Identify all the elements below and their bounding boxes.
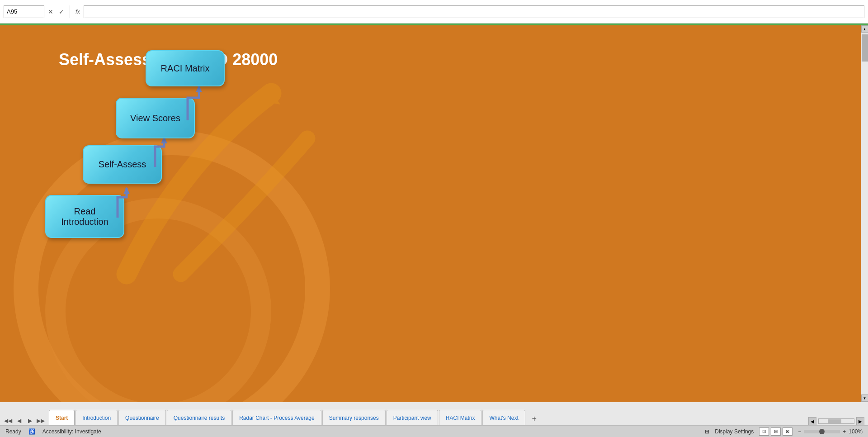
- horizontal-scrollbar: ◀ ▶: [808, 417, 864, 425]
- arrow-assess-to-scores: [148, 135, 175, 171]
- tab-nav-first[interactable]: ◀◀: [4, 416, 13, 425]
- hscroll-left-button[interactable]: ◀: [808, 417, 816, 425]
- tab-introduction[interactable]: Introduction: [75, 410, 118, 425]
- zoom-slider-thumb[interactable]: [819, 429, 825, 434]
- tab-raci-matrix[interactable]: RACI Matrix: [439, 410, 482, 425]
- zoom-minus-button[interactable]: −: [798, 428, 801, 435]
- separator: [70, 5, 70, 18]
- arrow-scores-to-raci: [181, 84, 210, 125]
- display-settings-icon: ⊞: [705, 428, 709, 435]
- raci-matrix-button[interactable]: RACI Matrix: [146, 50, 225, 86]
- confirm-icon[interactable]: ✓: [57, 7, 66, 16]
- tab-questionnaire[interactable]: Questionnaire: [118, 410, 166, 425]
- ready-status: Ready: [5, 428, 21, 435]
- display-settings-label[interactable]: Display Settings: [715, 428, 754, 435]
- status-left-section: Ready ♿ Accessibility: Investigate: [5, 428, 101, 435]
- cell-reference-box[interactable]: [4, 5, 44, 18]
- tab-summary-responses[interactable]: Summary responses: [322, 410, 386, 425]
- tab-nav-next[interactable]: ▶: [25, 416, 34, 425]
- cancel-icon[interactable]: ✕: [46, 7, 55, 16]
- accessibility-label[interactable]: Accessibility: Investigate: [42, 428, 101, 435]
- tab-start[interactable]: Start: [49, 410, 75, 425]
- sheet-tabs-bar: ◀◀ ◀ ▶ ▶▶ Start Introduction Questionnai…: [0, 402, 868, 425]
- svg-marker-1: [123, 187, 130, 194]
- hscroll-right-button[interactable]: ▶: [856, 417, 864, 425]
- view-mode-buttons: ⊡ ⊟ ⊠: [759, 428, 793, 436]
- tab-nav-last[interactable]: ▶▶: [36, 416, 45, 425]
- scroll-thumb-vertical[interactable]: [862, 34, 868, 62]
- zoom-controls: − + 100%: [798, 428, 863, 435]
- tab-questionnaire-results[interactable]: Questionnaire results: [167, 410, 231, 425]
- arrow-intro-to-assess: [111, 186, 138, 222]
- scroll-down-button[interactable]: ▼: [861, 394, 868, 402]
- tab-radar-chart[interactable]: Radar Chart - Process Average: [232, 410, 321, 425]
- formula-input[interactable]: [84, 5, 864, 18]
- add-sheet-button[interactable]: +: [528, 413, 541, 425]
- tab-participant-view[interactable]: Participant view: [387, 410, 438, 425]
- normal-view-button[interactable]: ⊡: [759, 428, 769, 436]
- main-content-area: Self-Assessment: ISO 28000 Read Introduc…: [0, 25, 868, 402]
- fx-label: fx: [74, 8, 82, 15]
- scroll-up-button[interactable]: ▲: [861, 25, 868, 33]
- page-layout-button[interactable]: ⊟: [771, 428, 781, 436]
- zoom-slider[interactable]: [804, 430, 840, 433]
- tab-whats-next[interactable]: What's Next: [482, 410, 525, 425]
- tab-nav-prev[interactable]: ◀: [14, 416, 24, 425]
- hscroll-thumb[interactable]: [828, 419, 841, 424]
- formula-bar-container: ✕ ✓ fx: [0, 0, 868, 24]
- page-break-button[interactable]: ⊠: [783, 428, 793, 436]
- tab-nav-arrows: ◀◀ ◀ ▶ ▶▶: [0, 416, 49, 425]
- hscroll-area: ◀ ▶: [541, 417, 868, 425]
- zoom-level: 100%: [849, 428, 863, 435]
- accessibility-icon: ♿: [28, 428, 35, 435]
- vertical-scrollbar[interactable]: ▲ ▼: [861, 25, 868, 402]
- hscroll-track[interactable]: [818, 418, 854, 424]
- zoom-plus-button[interactable]: +: [843, 428, 846, 435]
- status-bar: Ready ♿ Accessibility: Investigate ⊞ Dis…: [0, 425, 868, 437]
- status-right-section: ⊞ Display Settings ⊡ ⊟ ⊠ − + 100%: [705, 428, 863, 436]
